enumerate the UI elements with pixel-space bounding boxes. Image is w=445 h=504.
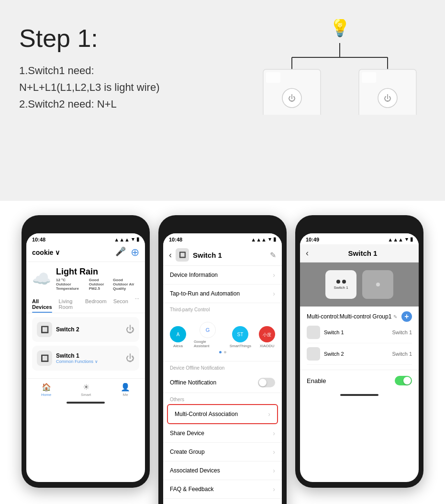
- app-name: cookie: [32, 249, 53, 256]
- tab-living-room[interactable]: Living Room: [59, 296, 78, 313]
- xiaodu-tp[interactable]: 小度 XIAODU: [259, 326, 275, 348]
- phone1-status-bar: 10:48 ▲▲▲ ▾ ▮: [26, 233, 145, 244]
- signal2-icon: ▲▲▲: [251, 237, 267, 242]
- device-item-switch1[interactable]: 🔲 Switch 1 Common Functions ∨ ⏻: [32, 346, 139, 371]
- enable-toggle[interactable]: [395, 376, 412, 385]
- phone2-time: 10:48: [169, 237, 182, 242]
- wifi-icon: ▾: [132, 236, 134, 242]
- mc-device-label: Switch 1: [334, 285, 348, 290]
- phone1-app-header: cookie ∨ 🎤 ⊕: [26, 244, 145, 262]
- bottom-nav: 🏠 Home ☀ Smart 👤 Me: [26, 378, 145, 399]
- associated-devices-item[interactable]: Associated Devices ›: [163, 461, 282, 480]
- others-label: Others: [163, 393, 282, 404]
- back-button[interactable]: ‹: [169, 250, 172, 260]
- tab-more[interactable]: ···: [135, 296, 139, 313]
- offline-section-label: Device Offline Notification: [163, 362, 282, 373]
- mc-device-active: Switch 1: [325, 270, 356, 299]
- tab-all-devices[interactable]: All Devices: [32, 296, 52, 313]
- mc-device2-name: Switch 2: [324, 351, 388, 357]
- alexa-tp[interactable]: A Alexa: [170, 326, 186, 348]
- offline-toggle-switch[interactable]: [258, 378, 275, 387]
- add-group-button[interactable]: +: [401, 311, 412, 322]
- wiring-diagram: 💡 ⏻ ⏻ Switch: [254, 14, 426, 119]
- mc-back-button[interactable]: ‹: [306, 248, 309, 258]
- multi-control-highlight: Multi-Control Association ›: [167, 404, 278, 424]
- phone1-frame: 10:48 ▲▲▲ ▾ ▮ cookie ∨ 🎤 ⊕: [22, 215, 150, 488]
- add-icon[interactable]: ⊕: [131, 246, 139, 259]
- switch1-name: Switch 1: [56, 352, 122, 359]
- phone2-screen: 10:48 ▲▲▲ ▾ ▮ ‹ 🔲 Switch 1 ✎: [163, 233, 282, 504]
- step-title: Step 1:: [19, 24, 160, 53]
- phone3-frame: 10:49 ▲▲▲ ▾ ▮ ‹ Switch 1 Sw: [295, 215, 423, 488]
- svg-text:ST: ST: [237, 332, 244, 337]
- switch1-power-icon[interactable]: ⏻: [126, 353, 134, 363]
- add-home-item[interactable]: Add to Home Screen: [163, 499, 282, 504]
- mc-device2-value: Switch 1: [392, 351, 412, 357]
- phone3-notch: [335, 221, 383, 231]
- multi-control-item[interactable]: Multi-Control Association ›: [168, 405, 277, 423]
- weather-condition: Light Rain: [56, 267, 139, 277]
- instruction: 1.Switch1 need: N+L+L1(L1,L2,L3 is light…: [19, 62, 160, 113]
- create-group-item[interactable]: Create Group ›: [163, 443, 282, 461]
- switch1-icon: 🔲: [37, 351, 52, 366]
- third-party-section: A Alexa G Google Assistant: [163, 314, 282, 362]
- tap-run-item[interactable]: Tap-to-Run and Automation ›: [163, 285, 282, 303]
- switch2-icon: 🔲: [37, 322, 52, 337]
- dropdown-icon[interactable]: ∨: [55, 249, 60, 256]
- mc-device-row1: Switch 1 Switch 1: [307, 322, 412, 343]
- weather-details: 12 °C Outdoor Temperature Good Outdoor P…: [56, 278, 139, 291]
- faq-item[interactable]: FAQ & Feedback ›: [163, 480, 282, 499]
- mc-device1-icon: [307, 326, 320, 339]
- offline-notification-item[interactable]: Offline Notification: [163, 373, 282, 393]
- phone3-time: 10:49: [306, 237, 319, 242]
- bottom-section: 10:48 ▲▲▲ ▾ ▮ cookie ∨ 🎤 ⊕: [0, 201, 445, 504]
- mic-icon[interactable]: 🎤: [115, 246, 126, 259]
- dot-right: [342, 280, 346, 284]
- home-indicator3: [340, 394, 378, 396]
- phone2-notch: [199, 221, 246, 231]
- chevron-icon: ›: [273, 271, 275, 279]
- svg-text:💡: 💡: [329, 19, 351, 38]
- nav-me[interactable]: 👤 Me: [121, 383, 130, 397]
- svg-text:G: G: [206, 327, 210, 333]
- svg-rect-10: [362, 72, 376, 83]
- google-tp[interactable]: G Google Assistant: [194, 322, 222, 348]
- chevron-icon: ›: [273, 429, 275, 437]
- chevron-icon: ›: [268, 410, 270, 418]
- svg-text:A: A: [177, 332, 180, 337]
- google-icon: G: [200, 322, 216, 338]
- switch2-power-icon[interactable]: ⏻: [126, 325, 134, 335]
- device-list: 🔲 Switch 2 ⏻ 🔲 Switch 1 Common Functions…: [26, 313, 145, 378]
- tab-second[interactable]: Secon: [113, 296, 128, 313]
- chevron-icon: ›: [273, 467, 275, 474]
- device-item-switch2[interactable]: 🔲 Switch 2 ⏻: [32, 317, 139, 342]
- dot-sm: [376, 283, 380, 286]
- switch1-sub: Common Functions ∨: [56, 359, 122, 364]
- weather-icon: ☁️: [32, 270, 51, 288]
- wifi3-icon: ▾: [405, 236, 408, 242]
- share-device-item[interactable]: Share Device ›: [163, 424, 282, 443]
- third-party-label: Third-party Control: [163, 303, 282, 314]
- dots-indicator: [170, 348, 275, 356]
- phone2-status-bar: 10:48 ▲▲▲ ▾ ▮: [163, 233, 282, 244]
- home-icon: 🏠: [42, 383, 51, 392]
- edit-icon[interactable]: ✎: [270, 251, 276, 260]
- wifi2-icon: ▾: [268, 236, 271, 242]
- chevron-icon: ›: [273, 290, 275, 297]
- nav-home[interactable]: 🏠 Home: [41, 383, 51, 397]
- nav-smart[interactable]: ☀ Smart: [81, 383, 91, 397]
- switch2-name: Switch 2: [56, 326, 122, 333]
- phone2-frame: 10:48 ▲▲▲ ▾ ▮ ‹ 🔲 Switch 1 ✎: [158, 215, 287, 504]
- tab-bedroom[interactable]: Bedroom: [85, 296, 107, 313]
- device-info-item[interactable]: Device Information ›: [163, 266, 282, 285]
- settings-title: Switch 1: [193, 251, 266, 259]
- mc-group-name: Multi-control:Multi-control Group1 ✎: [307, 313, 397, 320]
- smartthings-icon: ST: [232, 326, 248, 342]
- smartthings-tp[interactable]: ST SmartThings: [230, 326, 251, 348]
- settings-list: Device Information › Tap-to-Run and Auto…: [163, 266, 282, 504]
- phone2-header: ‹ 🔲 Switch 1 ✎: [163, 244, 282, 266]
- edit-group-icon[interactable]: ✎: [393, 314, 397, 319]
- phone3-screen: 10:49 ▲▲▲ ▾ ▮ ‹ Switch 1 Sw: [300, 233, 419, 482]
- battery-icon: ▮: [136, 236, 139, 242]
- svg-rect-6: [266, 72, 280, 83]
